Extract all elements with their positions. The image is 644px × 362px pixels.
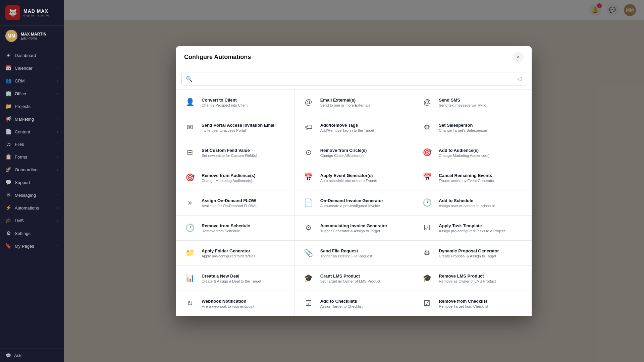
- sidebar-item-office[interactable]: 🏢 Office ›: [0, 87, 64, 100]
- crm-chevron-icon: ›: [57, 79, 58, 83]
- remove-lms-product-desc: Remove as Owner of LMS Product: [439, 279, 496, 283]
- apply-event-generator-desc: Auto-schedule one or more Events: [320, 179, 377, 183]
- configure-automations-modal: Configure Automations × 🔍 ◁ 👤 Convert to…: [176, 46, 532, 316]
- automation-card-add-to-audiences[interactable]: 🎯 Add to Audience(s) Change Marketing Au…: [413, 140, 532, 165]
- modal-close-button[interactable]: ×: [513, 52, 524, 62]
- automation-card-set-salesperson[interactable]: ⚙ Set Salesperson Change Target's Salesp…: [413, 115, 532, 140]
- email-externals-desc: Send to one or more Externals: [320, 103, 370, 107]
- send-portal-access-text: Send Portal Access Invitation Email Invi…: [202, 123, 276, 132]
- automation-card-apply-event-generator[interactable]: 📅 Apply Event Generator(s) Auto-schedule…: [295, 165, 413, 190]
- automation-card-remove-from-schedule[interactable]: 🕐 Remove from Schedule Remove from Sched…: [176, 216, 294, 240]
- send-file-request-desc: Trigger an existing File Request: [320, 254, 372, 258]
- automation-card-remove-from-circle[interactable]: ⊙ Remove from Circle(s) Change Circle Af…: [295, 140, 413, 165]
- sidebar-item-dashboard[interactable]: ⊞ Dashboard: [0, 49, 64, 62]
- set-custom-field-title: Set Custom Field Value: [202, 148, 257, 153]
- accumulating-invoice-generator-text: Accumulating Invoice Generator Trigger G…: [320, 223, 387, 233]
- automation-card-add-remove-tags[interactable]: 🏷 Add/Remove Tags Add/Remove Tag(s) to t…: [295, 115, 413, 140]
- automation-card-set-custom-field[interactable]: ⊟ Set Custom Field Value Set new value f…: [176, 140, 294, 165]
- sidebar-item-content[interactable]: 📄 Content ›: [0, 125, 64, 138]
- sidebar-item-support[interactable]: 💬 Support ›: [0, 176, 64, 189]
- remove-lms-product-title: Remove LMS Product: [439, 274, 496, 279]
- support-nav-label: Support: [15, 180, 30, 185]
- search-input[interactable]: [195, 76, 515, 81]
- remove-from-audiences-desc: Change Marketing Audience(s): [202, 179, 256, 183]
- apply-folder-generator-title: Apply Folder Generator: [202, 248, 255, 253]
- add-to-checklists-title: Add to Checklists: [320, 299, 363, 304]
- assign-on-demand-flow-title: Assign On-Demand FLOW: [202, 198, 257, 203]
- remove-from-audiences-icon: 🎯: [183, 171, 197, 185]
- automation-card-remove-from-checklist[interactable]: ☑ Remove from Checklist Remove Target fr…: [413, 291, 532, 316]
- set-custom-field-desc: Set new value for Custom Field(s): [202, 154, 257, 158]
- automation-card-add-to-schedule[interactable]: 🕐 Add to Schedule Assign user or contact…: [413, 190, 532, 215]
- sidebar-item-calendar[interactable]: 📅 Calendar ›: [0, 62, 64, 74]
- marketing-nav-icon: 📢: [5, 116, 11, 122]
- assign-on-demand-flow-icon: »: [183, 196, 197, 210]
- modal-search-area: 🔍 ◁: [176, 68, 532, 90]
- sidebar-item-automations[interactable]: ⚡ Automations ›: [0, 201, 64, 214]
- remove-from-schedule-desc: Remove from Schedule: [202, 229, 250, 233]
- add-to-schedule-icon: 🕐: [420, 196, 434, 210]
- automation-card-add-to-checklists[interactable]: ☑ Add to Checklists Assign Target to Che…: [295, 291, 413, 316]
- sidebar-item-settings[interactable]: ⚙ Settings ›: [0, 227, 64, 240]
- automation-card-send-sms[interactable]: @ Send SMS Send text message via Twilio: [413, 90, 532, 115]
- files-nav-label: Files: [15, 142, 24, 147]
- projects-chevron-icon: ›: [57, 105, 58, 108]
- user-info: MAX MARTIN Edit Profile: [21, 32, 47, 40]
- webhook-notification-title: Webhook Notification: [202, 299, 254, 304]
- add-remove-tags-icon: 🏷: [302, 120, 316, 134]
- automation-card-apply-task-template[interactable]: ☑ Apply Task Template Assign pre-configu…: [413, 216, 532, 240]
- send-portal-access-title: Send Portal Access Invitation Email: [202, 123, 276, 128]
- automation-card-accumulating-invoice-generator[interactable]: ⚙ Accumulating Invoice Generator Trigger…: [295, 216, 413, 240]
- search-icon: 🔍: [186, 76, 193, 82]
- automation-card-cancel-remaining-events[interactable]: 📅 Cancel Remaining Events Events added b…: [413, 165, 532, 190]
- automation-card-remove-lms-product[interactable]: 🎓 Remove LMS Product Remove as Owner of …: [413, 266, 532, 291]
- apply-task-template-text: Apply Task Template Assign pre-configure…: [439, 223, 505, 233]
- remove-lms-product-text: Remove LMS Product Remove as Owner of LM…: [439, 274, 496, 283]
- automation-card-remove-from-audiences[interactable]: 🎯 Remove from Audience(s) Change Marketi…: [176, 165, 294, 190]
- add-to-audiences-text: Add to Audience(s) Change Marketing Audi…: [439, 148, 489, 158]
- sidebar-item-forms[interactable]: 📋 Forms ›: [0, 150, 64, 163]
- sidebar-item-crm[interactable]: 👥 CRM ›: [0, 74, 64, 87]
- settings-nav-label: Settings: [15, 231, 31, 236]
- apply-event-generator-icon: 📅: [302, 171, 316, 185]
- cancel-remaining-events-desc: Events added by Event Generator: [439, 179, 494, 183]
- ask-button[interactable]: 💬 Ask!: [5, 353, 58, 358]
- automation-card-send-file-request[interactable]: 📎 Send File Request Trigger an existing …: [295, 241, 413, 265]
- logo-icon: 🐺: [5, 5, 20, 20]
- convert-to-client-icon: 👤: [183, 95, 197, 109]
- automation-card-on-demand-invoice-generator[interactable]: 📄 On-Demand Invoice Generator Auto-creat…: [295, 190, 413, 215]
- on-demand-invoice-generator-icon: 📄: [302, 196, 316, 210]
- apply-event-generator-text: Apply Event Generator(s) Auto-schedule o…: [320, 173, 377, 183]
- sidebar-item-messaging[interactable]: ✉ Messaging ›: [0, 189, 64, 201]
- apply-task-template-title: Apply Task Template: [439, 223, 505, 228]
- automation-card-send-portal-access[interactable]: ✉ Send Portal Access Invitation Email In…: [176, 115, 294, 140]
- sidebar-user[interactable]: MM MAX MARTIN Edit Profile: [0, 26, 64, 46]
- automation-card-webhook-notification[interactable]: ↻ Webhook Notification Fire a webhook to…: [176, 291, 294, 316]
- apply-task-template-icon: ☑: [420, 221, 434, 235]
- automation-card-create-new-deal[interactable]: 📊 Create a New Deal Create & Assign a De…: [176, 266, 294, 291]
- accumulating-invoice-generator-title: Accumulating Invoice Generator: [320, 223, 387, 228]
- remove-from-checklist-desc: Remove Target from Checklist: [439, 304, 488, 308]
- send-portal-access-desc: Invite user to access Portal: [202, 128, 276, 132]
- sidebar-item-onboarding[interactable]: 🚀 Onboarding ›: [0, 163, 64, 176]
- sidebar-item-mypages[interactable]: 🔖 My Pages ›: [0, 240, 64, 252]
- automation-card-grant-lms-product[interactable]: 🎓 Grant LMS Product Set Target as Owner …: [295, 266, 413, 291]
- dynamic-proposal-generator-desc: Create Proposal & Assign to Target: [439, 254, 499, 258]
- search-back-icon[interactable]: ◁: [517, 75, 522, 82]
- automation-card-dynamic-proposal-generator[interactable]: ⚙ Dynamic Proposal Generator Create Prop…: [413, 241, 532, 265]
- sidebar-item-files[interactable]: 🗂 Files ›: [0, 138, 64, 150]
- add-to-audiences-icon: 🎯: [420, 145, 434, 160]
- support-nav-icon: 💬: [5, 179, 11, 185]
- automation-card-apply-folder-generator[interactable]: 📁 Apply Folder Generator Apply pre-confi…: [176, 241, 294, 265]
- automation-card-convert-to-client[interactable]: 👤 Convert to Client Change Prospect into…: [176, 90, 294, 115]
- sidebar-item-lms[interactable]: 🎓 LMS ›: [0, 214, 64, 227]
- sidebar-item-marketing[interactable]: 📢 Marketing ›: [0, 113, 64, 125]
- convert-to-client-desc: Change Prospect into Client: [202, 103, 248, 107]
- onboarding-nav-icon: 🚀: [5, 167, 11, 173]
- office-chevron-icon: ›: [57, 92, 58, 96]
- automation-card-assign-on-demand-flow[interactable]: » Assign On-Demand FLOW Available for On…: [176, 190, 294, 215]
- automation-card-email-externals[interactable]: @ Email External(s) Send to one or more …: [295, 90, 413, 115]
- sidebar-item-projects[interactable]: 📁 Projects ›: [0, 100, 64, 113]
- on-demand-invoice-generator-desc: Auto-create a pre-configured Invoice: [320, 204, 383, 208]
- webhook-notification-text: Webhook Notification Fire a webhook to y…: [202, 299, 254, 308]
